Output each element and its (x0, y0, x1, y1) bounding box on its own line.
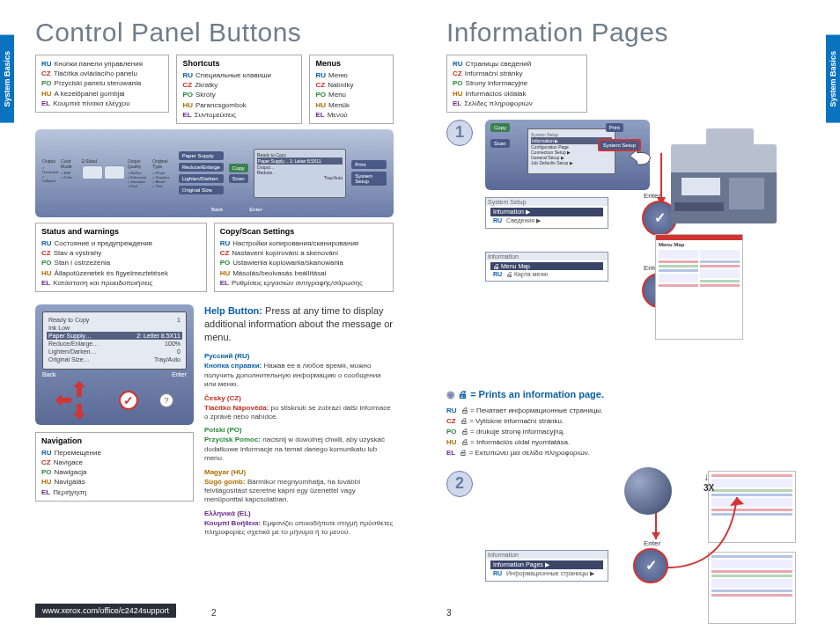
help-icon: ? (159, 393, 173, 407)
page-title-right: Information Pages (446, 18, 805, 48)
prints-info-line: ◉ 🖨 = Prints an information page. (446, 389, 805, 400)
nav-sphere-icon (624, 467, 672, 515)
flow-info-pages: Information Information Pages ▶ RU Инфор… (485, 550, 608, 582)
right-page: System Basics Information Pages RUСтрани… (420, 0, 840, 630)
menus-block: Menus RUМеню CZNabídky POMenu HUMenük EL… (309, 55, 394, 124)
prints-translations: RU 🖨 = Печатает информационные страницы.… (446, 406, 805, 458)
info-pages-translations: RUСтраницы сведений CZInformační stránky… (446, 55, 587, 113)
navigation-block: Navigation RUПеремещение CZNavigace PONa… (35, 432, 194, 502)
three-x-label: ↓ 3X (704, 471, 714, 493)
side-tab-left: System Basics (0, 35, 14, 123)
panel-lcd: Ready to Copy Paper Supply… 1: Letter 8.… (254, 149, 346, 198)
sample-doc-2-icon (708, 552, 796, 624)
left-page: System Basics Control Panel Buttons RUКн… (0, 0, 420, 630)
enter-check-icon: ✓ (119, 391, 138, 410)
svg-rect-6 (682, 178, 720, 195)
nav-control-mock: Ready to Copy1 Ink Low Paper Supply…2: L… (35, 304, 194, 425)
svg-rect-5 (706, 128, 754, 148)
shortcuts-block: Shortcuts RUСпециальные клавиши CZZkratk… (176, 55, 302, 124)
nav-lcd: Ready to Copy1 Ink Low Paper Supply…2: L… (42, 311, 187, 370)
enter-button-3: ✓ (633, 548, 668, 583)
svg-rect-4 (671, 144, 777, 172)
side-tab-right: System Basics (826, 35, 840, 123)
buttons-translations: RUКнопки панели управления CZTlačítka ov… (35, 55, 169, 113)
step-1-badge: 1 (446, 120, 473, 146)
status-warnings-block: Status and warnings RUСостояние и предуп… (35, 223, 207, 292)
support-url: www.xerox.com/office/c2424support (35, 604, 176, 618)
menu-map-doc-icon: Menu Map (655, 234, 743, 340)
help-button-section: Help Button: Press at any time to displa… (204, 304, 394, 538)
svg-rect-7 (729, 178, 764, 209)
page-title-left: Control Panel Buttons (35, 18, 394, 48)
flow-information: Information 🖨 Menu Map RU 🖨 Карта меню (485, 252, 608, 282)
pointing-hand-icon (625, 143, 655, 169)
menu-panel-illustration: Copy Scan System Setup Information ▶ Con… (485, 120, 650, 190)
copyscan-block: Copy/Scan Settings RUНастройки копирован… (214, 223, 394, 292)
step-2-badge: 2 (446, 471, 473, 497)
nav-arrows-icon (55, 383, 103, 418)
copier-device-icon (655, 120, 796, 234)
flow-system-setup: System Setup Information ▶ RU Сведения ▶ (485, 197, 608, 229)
page-number-right: 3 (446, 608, 452, 618)
sample-doc-1-icon (708, 471, 796, 543)
control-panel-illustration: Output ○ Uncolated○ Collated Color Mode … (35, 129, 394, 217)
svg-marker-9 (652, 532, 660, 539)
page-number-left: 2 (211, 608, 217, 618)
svg-rect-8 (674, 202, 724, 211)
